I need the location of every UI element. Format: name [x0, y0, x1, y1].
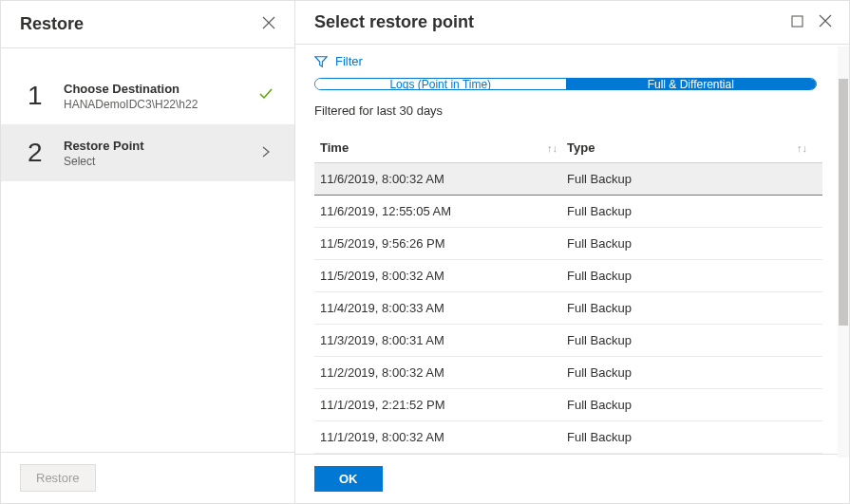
cell-time: 11/1/2019, 2:21:52 PM: [320, 398, 567, 412]
cell-time: 11/6/2019, 12:55:05 AM: [320, 204, 567, 218]
table-row[interactable]: 11/4/2019, 8:00:33 AMFull Backup: [314, 292, 822, 325]
wizard-steps: 1 Choose Destination HANADemoIDC3\H22\h2…: [1, 48, 294, 452]
table-row[interactable]: 11/6/2019, 8:00:32 AMFull Backup: [314, 163, 822, 196]
restore-left-panel: Restore 1 Choose Destination HANADemoIDC…: [1, 1, 295, 503]
cell-time: 11/5/2019, 9:56:26 PM: [320, 236, 567, 251]
restore-button[interactable]: Restore: [20, 464, 96, 492]
cell-time: 11/6/2019, 8:00:32 AM: [320, 172, 567, 186]
table-row[interactable]: 11/5/2019, 9:56:26 PMFull Backup: [314, 228, 822, 260]
cell-type: Full Backup: [567, 172, 817, 186]
step-choose-destination[interactable]: 1 Choose Destination HANADemoIDC3\H22\h2…: [1, 67, 294, 124]
left-title: Restore: [20, 14, 84, 34]
restore-points-table: Time ↑↓ Type ↑↓ 11/6/2019, 8:00:32 AMFul…: [314, 133, 822, 454]
toggle-full-differential[interactable]: Full & Differential: [566, 79, 817, 89]
table-row[interactable]: 11/3/2019, 8:00:31 AMFull Backup: [314, 325, 822, 357]
table-row[interactable]: 11/1/2019, 2:21:52 PMFull Backup: [314, 389, 822, 421]
table-row[interactable]: 11/1/2019, 8:00:32 AMFull Backup: [314, 421, 822, 454]
table-body: 11/6/2019, 8:00:32 AMFull Backup11/6/201…: [314, 163, 822, 454]
sort-icon: ↑↓: [547, 142, 567, 154]
maximize-icon: [791, 15, 803, 28]
column-type[interactable]: Type ↑↓: [567, 140, 817, 155]
checkmark-icon: [258, 86, 274, 105]
cell-type: Full Backup: [567, 204, 817, 218]
step-number: 2: [28, 138, 48, 168]
close-icon: [819, 14, 832, 28]
sort-icon: ↑↓: [797, 142, 817, 154]
table-header: Time ↑↓ Type ↑↓: [314, 133, 822, 163]
table-row[interactable]: 11/6/2019, 12:55:05 AMFull Backup: [314, 196, 822, 228]
close-icon: [262, 16, 275, 29]
table-row[interactable]: 11/2/2019, 8:00:32 AMFull Backup: [314, 357, 822, 389]
cell-time: 11/4/2019, 8:00:33 AM: [320, 301, 567, 315]
cell-time: 11/5/2019, 8:00:32 AM: [320, 269, 567, 283]
cell-type: Full Backup: [567, 333, 817, 347]
cell-type: Full Backup: [567, 365, 817, 380]
step-label: Restore Point: [64, 139, 241, 153]
step-label: Choose Destination: [64, 82, 241, 96]
filter-icon: [314, 55, 328, 68]
filter-label: Filter: [335, 54, 363, 68]
cell-type: Full Backup: [567, 398, 817, 412]
select-restore-point-panel: Select restore point Filter Logs (Point …: [295, 1, 849, 503]
cell-time: 11/3/2019, 8:00:31 AM: [320, 333, 567, 347]
chevron-right-icon: [261, 145, 271, 160]
cell-type: Full Backup: [567, 269, 817, 283]
left-header: Restore: [1, 1, 294, 48]
right-footer: OK: [295, 454, 849, 503]
right-header: Select restore point: [295, 1, 849, 45]
step-restore-point[interactable]: 2 Restore Point Select: [1, 124, 294, 181]
toggle-logs[interactable]: Logs (Point in Time): [315, 79, 566, 89]
step-number: 1: [28, 81, 48, 111]
column-time[interactable]: Time ↑↓: [320, 140, 567, 155]
ok-button[interactable]: OK: [314, 466, 383, 492]
left-footer: Restore: [1, 452, 294, 503]
cell-time: 11/1/2019, 8:00:32 AM: [320, 430, 567, 444]
filter-status-text: Filtered for last 30 days: [314, 103, 822, 118]
cell-time: 11/2/2019, 8:00:32 AM: [320, 365, 567, 380]
close-left-button[interactable]: [258, 12, 279, 36]
table-row[interactable]: 11/5/2019, 8:00:32 AMFull Backup: [314, 260, 822, 292]
cell-type: Full Backup: [567, 236, 817, 251]
cell-type: Full Backup: [567, 430, 817, 444]
right-title: Select restore point: [314, 12, 474, 32]
backup-type-toggle: Logs (Point in Time) Full & Differential: [314, 78, 817, 90]
maximize-button[interactable]: [789, 12, 805, 31]
svg-rect-0: [792, 16, 803, 27]
filter-button[interactable]: Filter: [295, 45, 849, 78]
step-sublabel: Select: [64, 155, 241, 168]
close-right-button[interactable]: [817, 12, 834, 31]
scrollbar-thumb[interactable]: [839, 79, 848, 326]
step-sublabel: HANADemoIDC3\H22\h22: [64, 98, 241, 111]
scrollbar[interactable]: [838, 47, 849, 457]
cell-type: Full Backup: [567, 301, 817, 315]
